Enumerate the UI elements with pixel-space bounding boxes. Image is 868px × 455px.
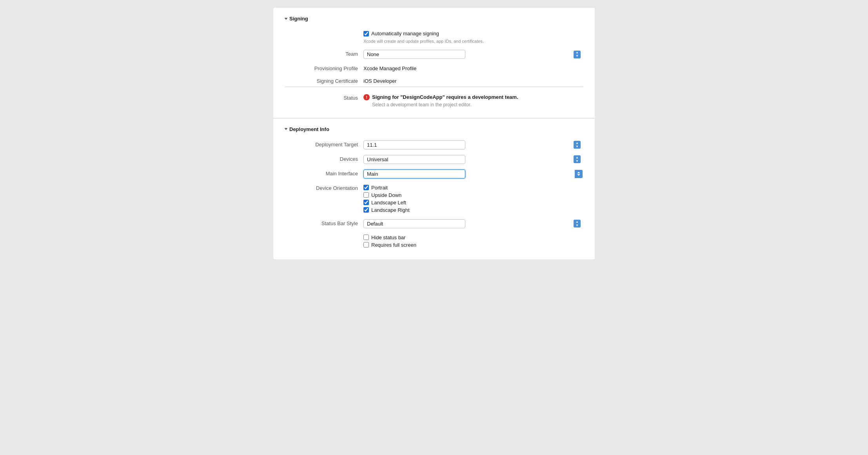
- team-select[interactable]: None: [363, 50, 465, 59]
- status-bar-style-label: Status Bar Style: [285, 219, 363, 226]
- team-row: Team None ▲ ▼: [273, 47, 595, 62]
- auto-manage-content: Automatically manage signing Xcode will …: [363, 30, 583, 44]
- requires-full-screen-label[interactable]: Requires full screen: [371, 242, 416, 248]
- deployment-section: Deployment Info Deployment Target 11.1 1…: [273, 118, 595, 259]
- signing-title: Signing: [289, 16, 308, 22]
- signing-cert-label: Signing Certificate: [285, 77, 363, 84]
- devices-arrow: ▲ ▼: [574, 155, 581, 163]
- hide-status-bar-label-spacer: [285, 234, 363, 235]
- team-content: None ▲ ▼: [363, 50, 583, 59]
- device-orientation-label: Device Orientation: [285, 184, 363, 191]
- provisioning-row: Provisioning Profile Xcode Managed Profi…: [273, 62, 595, 74]
- landscape-left-label[interactable]: Landscape Left: [371, 200, 406, 206]
- hide-status-bar-content: Hide status bar Requires full screen: [363, 234, 583, 249]
- auto-manage-checkbox[interactable]: [363, 31, 369, 36]
- team-select-arrow: ▲ ▼: [574, 51, 581, 58]
- devices-row: Devices Universal iPhone iPad ▲ ▼: [273, 152, 595, 167]
- upside-down-checkbox[interactable]: [363, 192, 369, 198]
- deployment-header: Deployment Info: [273, 126, 595, 138]
- signing-collapse-icon[interactable]: [285, 18, 288, 20]
- deployment-target-select-wrapper: 11.1 11.0 10.3 ▲ ▼: [363, 140, 583, 149]
- signing-cert-value: iOS Developer: [363, 77, 583, 84]
- orientation-portrait-row: Portrait: [363, 184, 583, 191]
- error-icon: !: [363, 94, 370, 100]
- provisioning-label: Provisioning Profile: [285, 64, 363, 71]
- signing-section: Signing Automatically manage signing Xco…: [273, 8, 595, 118]
- upside-down-label[interactable]: Upside Down: [371, 192, 401, 198]
- auto-manage-checkbox-row: Automatically manage signing: [363, 30, 583, 37]
- main-interface-input[interactable]: [363, 169, 465, 178]
- provisioning-content: Xcode Managed Profile: [363, 64, 583, 71]
- signing-header: Signing: [273, 16, 595, 27]
- status-sub-message: Select a development team in the project…: [372, 102, 518, 107]
- provisioning-value: Xcode Managed Profile: [363, 64, 583, 71]
- portrait-label[interactable]: Portrait: [371, 185, 388, 191]
- status-content: ! Signing for "DesignCodeApp" requires a…: [363, 94, 583, 107]
- landscape-right-checkbox[interactable]: [363, 207, 369, 213]
- main-interface-label: Main Interface: [285, 169, 363, 177]
- landscape-left-checkbox[interactable]: [363, 200, 369, 205]
- devices-label: Devices: [285, 155, 363, 162]
- landscape-right-label[interactable]: Landscape Right: [371, 207, 410, 213]
- deployment-target-arrow: ▲ ▼: [574, 141, 581, 149]
- deployment-target-content: 11.1 11.0 10.3 ▲ ▼: [363, 140, 583, 149]
- auto-manage-row: Automatically manage signing Xcode will …: [273, 27, 595, 47]
- main-interface-content: [363, 169, 583, 178]
- device-orientation-content: Portrait Upside Down Landscape Left Land…: [363, 184, 583, 214]
- hide-status-bar-row: Hide status bar Requires full screen: [273, 231, 595, 251]
- status-message-row: ! Signing for "DesignCodeApp" requires a…: [363, 94, 583, 107]
- hide-status-bar-checkbox-row: Hide status bar: [363, 234, 583, 241]
- main-interface-arrow: [575, 170, 583, 178]
- deployment-target-select[interactable]: 11.1 11.0 10.3: [363, 140, 465, 149]
- orientation-upsidedown-row: Upside Down: [363, 191, 583, 199]
- devices-content: Universal iPhone iPad ▲ ▼: [363, 155, 583, 164]
- settings-panel: Signing Automatically manage signing Xco…: [273, 8, 595, 259]
- auto-manage-checkbox-label[interactable]: Automatically manage signing: [371, 31, 439, 36]
- device-orientation-row: Device Orientation Portrait Upside Down …: [273, 181, 595, 217]
- status-bar-style-select[interactable]: Default Light Content Dark Content: [363, 219, 465, 228]
- requires-full-screen-checkbox[interactable]: [363, 242, 369, 248]
- deployment-title: Deployment Info: [289, 126, 329, 132]
- portrait-checkbox[interactable]: [363, 185, 369, 190]
- hide-status-bar-checkbox-label[interactable]: Hide status bar: [371, 235, 405, 240]
- status-row: Status ! Signing for "DesignCodeApp" req…: [273, 91, 595, 110]
- orientation-landscape-right-row: Landscape Right: [363, 206, 583, 214]
- deployment-target-row: Deployment Target 11.1 11.0 10.3 ▲ ▼: [273, 138, 595, 152]
- status-text-block: Signing for "DesignCodeApp" requires a d…: [372, 94, 518, 107]
- signing-cert-content: iOS Developer: [363, 77, 583, 84]
- devices-select[interactable]: Universal iPhone iPad: [363, 155, 465, 164]
- deployment-target-label: Deployment Target: [285, 140, 363, 147]
- signing-cert-row: Signing Certificate iOS Developer: [273, 74, 595, 87]
- status-bar-style-select-wrapper: Default Light Content Dark Content ▲ ▼: [363, 219, 583, 228]
- team-label: Team: [285, 50, 363, 57]
- hide-status-bar-checkbox[interactable]: [363, 235, 369, 240]
- deployment-collapse-icon[interactable]: [285, 128, 288, 130]
- auto-manage-subtext: Xcode will create and update profiles, a…: [363, 38, 583, 44]
- main-interface-input-wrapper: [363, 169, 583, 178]
- devices-select-wrapper: Universal iPhone iPad ▲ ▼: [363, 155, 583, 164]
- auto-manage-label-spacer: [285, 30, 363, 31]
- team-select-wrapper: None ▲ ▼: [363, 50, 583, 59]
- status-bar-style-arrow: ▲ ▼: [574, 220, 581, 228]
- status-label: Status: [285, 94, 363, 101]
- orientation-landscape-left-row: Landscape Left: [363, 199, 583, 206]
- status-bar-style-row: Status Bar Style Default Light Content D…: [273, 217, 595, 231]
- requires-full-screen-row: Requires full screen: [363, 241, 583, 249]
- status-main-message: Signing for "DesignCodeApp" requires a d…: [372, 94, 518, 101]
- status-bar-style-content: Default Light Content Dark Content ▲ ▼: [363, 219, 583, 228]
- main-interface-row: Main Interface: [273, 167, 595, 181]
